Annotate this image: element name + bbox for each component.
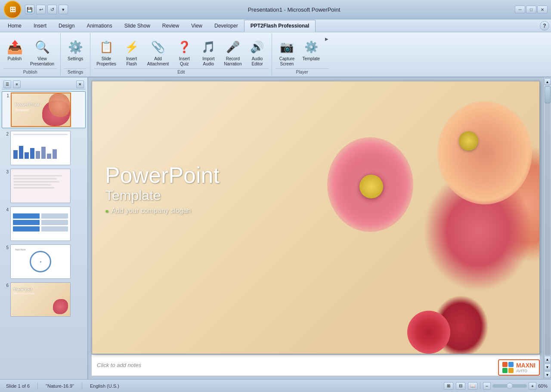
panel-close[interactable]: ✕	[76, 80, 84, 88]
import-audio-icon: 🎵	[200, 38, 217, 56]
cube-1	[502, 362, 508, 367]
view-presentation-icon: 🔍	[34, 38, 51, 56]
template-label: Template	[302, 56, 320, 62]
redo-button[interactable]: ↺	[47, 5, 57, 14]
reading-view-button[interactable]: 📖	[468, 382, 477, 390]
settings-icon: ⚙️	[67, 38, 84, 56]
title-bar: ⊞ 💾 ↩ ↺ ▾ Presentation1 - Microsoft Powe…	[0, 0, 551, 19]
add-attachment-label: AddAttachment	[147, 56, 169, 67]
zoom-slider[interactable]	[492, 384, 527, 388]
slide-preview-4	[10, 207, 71, 241]
quick-access-toolbar: 💾 ↩ ↺ ▾	[25, 5, 68, 14]
slide-info[interactable]: Slide 1 of 6	[3, 383, 32, 389]
help-button[interactable]: ?	[540, 21, 549, 31]
slide-number-3: 3	[3, 169, 9, 174]
add-attachment-icon: 📎	[149, 38, 167, 56]
scroll-down-button[interactable]: ▼	[544, 371, 551, 378]
slide-subtitle: Template	[105, 188, 220, 204]
tab-review[interactable]: Review	[156, 20, 185, 32]
slide-thumb-1[interactable]: 1 PowerPoint Template	[2, 91, 86, 128]
save-button[interactable]: 💾	[25, 5, 34, 14]
panel-btn-outline[interactable]: ≡	[13, 80, 21, 88]
vertical-scrollbar: ▲ ▲ ▼ ▼	[543, 77, 551, 379]
normal-view-button[interactable]: ⊞	[444, 382, 453, 390]
audio-editor-label: AudioEditor	[251, 56, 263, 67]
player-items: 📷 CaptureScreen ⚙️ Template ▶	[276, 35, 328, 68]
notes-area[interactable]: Click to add notes	[92, 354, 540, 376]
scroll-page-down[interactable]: ▼	[544, 364, 551, 370]
slide-text-area[interactable]: PowerPoint Template ● Add your company s…	[105, 163, 220, 215]
bullet-icon: ●	[105, 207, 108, 214]
scroll-track[interactable]	[545, 86, 551, 355]
publish-items: 📤 Publish 🔍 ViewPresentation	[3, 35, 57, 68]
publish-button[interactable]: 📤 Publish	[3, 37, 26, 63]
insert-quiz-button[interactable]: ❓ InsertQuiz	[173, 37, 195, 68]
import-audio-label: ImportAudio	[202, 56, 214, 67]
language-info[interactable]: English (U.S.)	[87, 383, 122, 389]
slide-preview-3	[10, 169, 71, 203]
template-button[interactable]: ⚙️ Template	[300, 37, 322, 63]
insert-flash-button[interactable]: ⚡ InsertFlash	[121, 37, 143, 68]
slide-thumb-4[interactable]: 4	[2, 206, 86, 242]
slide-properties-label: SlideProperties	[96, 56, 116, 67]
slide-properties-button[interactable]: 📋 SlideProperties	[94, 37, 119, 68]
tab-view[interactable]: View	[185, 20, 208, 32]
slide-preview-5: Add Next	[10, 244, 71, 279]
tab-slideshow[interactable]: Slide Show	[118, 20, 156, 32]
slide-number-4: 4	[3, 207, 9, 212]
scroll-up-button[interactable]: ▲	[544, 78, 551, 85]
record-narration-label: RecordNarration	[224, 56, 241, 67]
theme-info[interactable]: "Nature-16.9"	[43, 383, 77, 389]
add-attachment-button[interactable]: 📎 AddAttachment	[145, 37, 172, 68]
tab-developer[interactable]: Developer	[208, 20, 244, 32]
slide-thumb-2[interactable]: 2	[2, 130, 86, 166]
tab-insert[interactable]: Insert	[28, 20, 53, 32]
notes-placeholder: Click to add notes	[97, 362, 141, 368]
maximize-button[interactable]: □	[526, 6, 536, 13]
capture-screen-button[interactable]: 📷 CaptureScreen	[276, 37, 298, 68]
watermark-box: MAXNI AVITO	[498, 359, 540, 376]
watermark-cubes	[502, 362, 514, 373]
tab-design[interactable]: Design	[53, 20, 80, 32]
scroll-page-up[interactable]: ▲	[544, 356, 551, 363]
slide-thumb-5[interactable]: 5 Add Next	[2, 244, 86, 280]
audio-editor-icon: 🔊	[248, 38, 266, 56]
capture-screen-icon: 📷	[278, 38, 295, 56]
zoom-thumb[interactable]	[507, 383, 513, 389]
view-presentation-button[interactable]: 🔍 ViewPresentation	[28, 37, 57, 68]
status-bar: Slide 1 of 6 "Nature-16.9" English (U.S.…	[0, 379, 551, 392]
panel-btn-slides[interactable]: ☰	[3, 80, 11, 88]
zoom-in-button[interactable]: +	[529, 382, 536, 390]
minimize-button[interactable]: ─	[515, 6, 525, 13]
office-icon: ⊞	[9, 5, 16, 14]
insert-flash-label: InsertFlash	[126, 56, 137, 67]
slide-canvas[interactable]: PowerPoint Template ● Add your company s…	[92, 81, 540, 354]
window-controls: ─ □ ✕	[515, 6, 548, 13]
record-narration-button[interactable]: 🎤 RecordNarration	[221, 37, 244, 68]
zoom-level[interactable]: 60%	[538, 383, 548, 389]
view-presentation-label: ViewPresentation	[30, 56, 54, 67]
slide-number-2: 2	[3, 131, 9, 136]
slide-thumb-3[interactable]: 3	[2, 168, 86, 204]
settings-button[interactable]: ⚙️ Settings	[64, 37, 87, 63]
dropdown-button[interactable]: ▾	[59, 5, 68, 14]
audio-editor-button[interactable]: 🔊 AudioEditor	[246, 37, 268, 68]
import-audio-button[interactable]: 🎵 ImportAudio	[197, 37, 220, 68]
watermark-sub: AVITO	[516, 369, 536, 373]
insert-flash-icon: ⚡	[123, 38, 140, 56]
undo-button[interactable]: ↩	[36, 5, 46, 14]
settings-label: Settings	[68, 56, 83, 62]
watermark-brand: MAXNI	[516, 362, 536, 369]
office-button[interactable]: ⊞	[3, 0, 22, 19]
scroll-thumb[interactable]	[545, 86, 551, 103]
close-button[interactable]: ✕	[537, 6, 548, 13]
slide-sorter-button[interactable]: ⊟	[456, 382, 465, 390]
tab-animations[interactable]: Animations	[80, 20, 118, 32]
settings-group-label: Settings	[64, 68, 87, 76]
slide-thumb-6[interactable]: 6 Thank You! Add your text here	[2, 281, 86, 318]
tab-ppt2flash[interactable]: PPT2Flash Professional	[244, 20, 316, 32]
tab-home[interactable]: Home	[2, 20, 28, 32]
slide-number-5: 5	[3, 244, 9, 250]
zoom-out-button[interactable]: −	[483, 382, 491, 390]
flower-1	[321, 122, 450, 273]
